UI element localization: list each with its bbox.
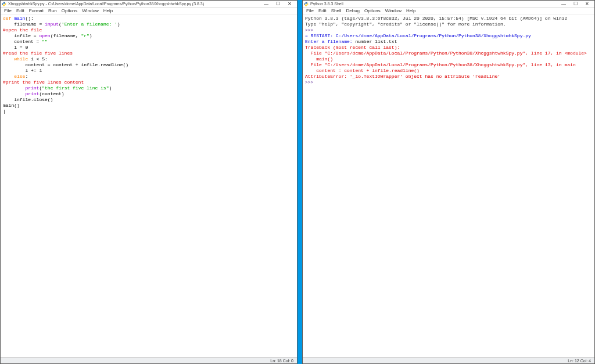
- menu-file[interactable]: File: [306, 8, 314, 13]
- menu-help[interactable]: Help: [103, 8, 113, 13]
- code-line: infile.close(): [3, 97, 295, 103]
- shell-menubar: FileEditShellDebugOptionsWindowHelp: [303, 8, 594, 15]
- code-token: main(): [305, 56, 333, 62]
- window-divider[interactable]: [298, 0, 302, 364]
- code-line: main(): [305, 56, 592, 62]
- code-token: [3, 56, 14, 62]
- menu-edit[interactable]: Edit: [318, 8, 327, 13]
- code-token: filename =: [3, 21, 45, 27]
- code-editor[interactable]: def main(): filename = input('Enter a fi…: [1, 15, 297, 357]
- code-line: content = content + infile.readline(): [305, 68, 592, 74]
- shell-window: Python 3.8.3 Shell — ☐ ✕ FileEditShellDe…: [302, 0, 595, 364]
- menu-file[interactable]: File: [4, 8, 12, 13]
- code-line: infile = open(filename, "r"): [3, 33, 295, 39]
- menu-window[interactable]: Window: [82, 8, 98, 13]
- shell-output[interactable]: Python 3.8.3 (tags/v3.8.3:6f8c832, Jul 2…: [303, 15, 594, 357]
- code-line: #open the file: [3, 27, 295, 33]
- minimize-button[interactable]: —: [561, 1, 567, 7]
- code-token: print: [25, 85, 39, 91]
- code-line: |: [3, 109, 295, 114]
- code-line: >>>: [305, 80, 592, 85]
- menu-help[interactable]: Help: [406, 8, 415, 13]
- minimize-button[interactable]: —: [263, 1, 269, 7]
- window-controls: — ☐ ✕: [561, 1, 593, 7]
- code-line: while i < 5:: [3, 56, 295, 62]
- code-line: i = 0: [3, 45, 295, 51]
- code-token: Enter a filename:: [305, 39, 355, 44]
- code-token: #open the file: [3, 27, 42, 33]
- menu-format[interactable]: Format: [29, 8, 44, 13]
- code-token: :: [25, 74, 28, 79]
- code-token: while: [14, 56, 28, 62]
- code-line: i += 1: [3, 68, 295, 74]
- code-line: File "C:/Users/dcme/AppData/Local/Progra…: [305, 62, 592, 68]
- close-button[interactable]: ✕: [584, 1, 590, 7]
- maximize-button[interactable]: ☐: [572, 1, 578, 7]
- code-token: content = content + infile.readline(): [3, 62, 128, 67]
- code-token: [3, 85, 25, 91]
- menu-options[interactable]: Options: [62, 8, 78, 13]
- code-token: ): [117, 21, 120, 27]
- code-token: File "C:/Users/dcme/AppData/Local/Progra…: [305, 62, 576, 67]
- code-token: i += 1: [3, 68, 42, 73]
- code-token: i = 0: [3, 45, 28, 50]
- code-line: #read the file five lines: [3, 51, 295, 56]
- code-token: = RESTART: C:/Users/dcme/AppData/Local/P…: [305, 33, 531, 38]
- menu-edit[interactable]: Edit: [16, 8, 24, 13]
- code-line: filename = input('Enter a filename: '): [3, 21, 295, 27]
- editor-window: XhcggshtwhkSpy.py - C:/Users/dcme/AppDat…: [0, 0, 298, 364]
- code-token: ): [109, 85, 112, 91]
- desktop: XhcggshtwhkSpy.py - C:/Users/dcme/AppDat…: [0, 0, 595, 364]
- code-token: "": [42, 39, 48, 44]
- python-icon: [304, 2, 309, 6]
- code-line: def main():: [3, 16, 295, 21]
- code-token: "r": [81, 33, 89, 38]
- code-token: print: [25, 91, 39, 96]
- code-token: infile =: [3, 33, 39, 38]
- code-token: number list.txt: [355, 39, 397, 44]
- code-line: = RESTART: C:/Users/dcme/AppData/Local/P…: [305, 33, 592, 39]
- menu-debug[interactable]: Debug: [346, 8, 360, 13]
- code-token: #print the five lines content: [3, 80, 84, 85]
- window-controls: — ☐ ✕: [263, 1, 296, 7]
- menu-shell[interactable]: Shell: [331, 8, 342, 13]
- code-token: content = content + infile.readline(): [305, 68, 420, 73]
- code-token: "the first five line is": [42, 85, 109, 91]
- code-token: else: [14, 74, 25, 79]
- code-line: Type "help", "copyright", "credits" or "…: [305, 21, 592, 27]
- maximize-button[interactable]: ☐: [275, 1, 281, 7]
- code-line: content = "": [3, 39, 295, 45]
- close-button[interactable]: ✕: [286, 1, 292, 7]
- editor-statusbar: Ln: 18 Col: 0: [1, 357, 297, 363]
- code-token: def: [3, 16, 14, 21]
- code-token: main: [14, 16, 25, 21]
- code-token: >>>: [305, 27, 316, 33]
- code-token: ): [89, 33, 92, 38]
- code-token: (content): [39, 91, 64, 96]
- code-line: Enter a filename: number list.txt: [305, 39, 592, 45]
- menu-options[interactable]: Options: [364, 8, 381, 13]
- shell-titlebar[interactable]: Python 3.8.3 Shell — ☐ ✕: [303, 1, 594, 8]
- code-line: #print the five lines content: [3, 80, 295, 85]
- code-line: content = content + infile.readline(): [3, 62, 295, 68]
- code-token: ():: [25, 16, 33, 21]
- code-line: AttributeError: '_io.TextIOWrapper' obje…: [305, 74, 592, 80]
- code-line: else:: [3, 74, 295, 80]
- code-token: input: [45, 21, 59, 27]
- code-token: content =: [3, 39, 42, 44]
- code-token: [3, 74, 14, 79]
- code-token: 'Enter a filename: ': [62, 21, 117, 27]
- code-line: print(content): [3, 91, 295, 97]
- editor-menubar: FileEditFormatRunOptionsWindowHelp: [1, 8, 297, 15]
- editor-cursor-position: Ln: 18 Col: 0: [270, 359, 293, 363]
- menu-run[interactable]: Run: [48, 8, 57, 13]
- shell-statusbar: Ln: 12 Col: 4: [303, 357, 594, 363]
- code-token: AttributeError: '_io.TextIOWrapper' obje…: [305, 74, 500, 79]
- code-token: infile.close(): [3, 97, 53, 102]
- menu-window[interactable]: Window: [385, 8, 402, 13]
- code-token: |: [3, 109, 6, 114]
- editor-titlebar[interactable]: XhcggshtwhkSpy.py - C:/Users/dcme/AppDat…: [1, 1, 297, 8]
- code-token: Python 3.8.3 (tags/v3.8.3:6f8c832, Jul 2…: [305, 16, 567, 21]
- code-line: main(): [3, 103, 295, 109]
- code-line: print("the first five line is"): [3, 85, 295, 91]
